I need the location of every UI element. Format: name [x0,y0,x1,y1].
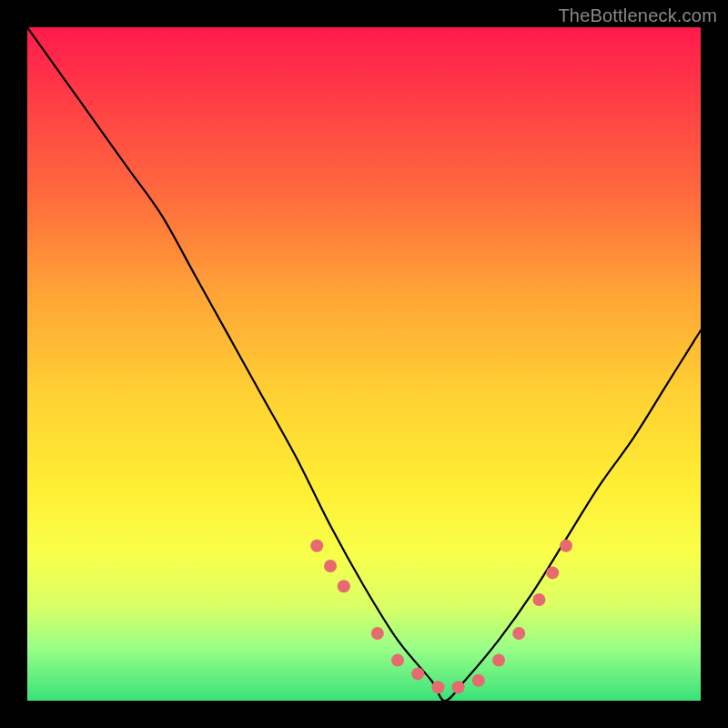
marker-dot [310,540,323,552]
plot-area [27,27,701,701]
bottleneck-curve [27,27,701,701]
marker-dot [546,566,559,579]
chart-stage: TheBottleneck.com [0,0,728,728]
marker-dot [512,627,525,640]
marker-dot [371,627,384,640]
marker-dot [532,593,545,606]
marker-dot [560,540,572,552]
marker-dot [324,560,337,572]
marker-dot [431,681,444,693]
watermark-text: TheBottleneck.com [558,5,717,26]
marker-dot [492,654,505,667]
marker-dot [472,674,485,687]
marker-dot [391,654,404,667]
curve-layer [27,27,701,701]
marker-dot [452,681,465,693]
marker-dot [338,580,350,592]
marker-dot [411,667,424,680]
